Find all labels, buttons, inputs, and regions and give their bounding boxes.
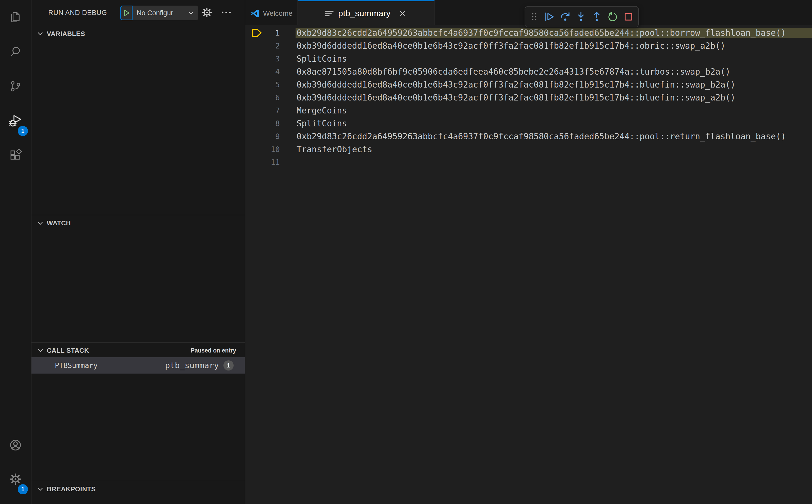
line-text[interactable]: 0xb29d83c26cdd2a64959263abbcfc4a6937f0c9… bbox=[296, 131, 812, 141]
tab-ptb-summary[interactable]: ptb_summary bbox=[297, 0, 435, 25]
activity-bar-item-run-and-debug[interactable]: 1 bbox=[0, 104, 31, 138]
restart-icon bbox=[607, 11, 619, 23]
chevron-down-icon bbox=[37, 30, 44, 38]
line-text[interactable]: SplitCoins bbox=[296, 119, 812, 128]
search-icon bbox=[9, 45, 22, 58]
account-icon bbox=[9, 438, 22, 452]
section-header-breakpoints[interactable]: BREAKPOINTS bbox=[31, 482, 245, 496]
frame-file: ptb_summary bbox=[165, 361, 219, 370]
extensions-icon bbox=[9, 149, 22, 162]
run-and-debug-icon bbox=[8, 114, 23, 128]
editor-area: Welcome ptb_summary bbox=[245, 0, 812, 504]
line-text[interactable]: 0xb29d83c26cdd2a64959263abbcfc4a6937f0c9… bbox=[295, 28, 812, 38]
activity-bar-item-explorer[interactable] bbox=[0, 0, 31, 35]
debug-current-line-pointer bbox=[251, 27, 263, 38]
start-debugging-button[interactable] bbox=[120, 6, 132, 20]
gutter-breakpoint-area[interactable] bbox=[245, 27, 269, 38]
files-icon bbox=[9, 11, 22, 24]
debug-configuration-label: No Configur bbox=[137, 9, 187, 17]
line-text[interactable]: TransferObjects bbox=[296, 144, 812, 154]
line-text[interactable]: 0x8ae871505a80d8bf6bf9c05906cda6edfeea46… bbox=[296, 67, 812, 77]
debug-step-into-button[interactable] bbox=[575, 11, 587, 23]
section-header-call-stack[interactable]: CALL STACK Paused on entry bbox=[31, 344, 245, 357]
debug-step-over-button[interactable] bbox=[559, 11, 571, 23]
sidebar-title: RUN AND DEBUG bbox=[48, 9, 107, 17]
line-number[interactable]: 3 bbox=[269, 54, 280, 63]
toolbar-drag-handle[interactable] bbox=[529, 12, 539, 22]
activity-bar-item-account[interactable] bbox=[0, 428, 31, 462]
code-line[interactable]: 60xb39d6dddedd16ed8a40ce0b1e6b43c92acf0f… bbox=[245, 91, 812, 104]
section-header-watch[interactable]: WATCH bbox=[31, 216, 245, 230]
line-number[interactable]: 1 bbox=[269, 28, 280, 37]
code-line[interactable]: 8SplitCoins bbox=[245, 117, 812, 130]
section-divider bbox=[31, 481, 245, 481]
run-and-debug-sidebar: RUN AND DEBUG No Configur bbox=[31, 0, 245, 504]
chevron-down-icon bbox=[37, 485, 44, 493]
code-area[interactable]: 10xb29d83c26cdd2a64959263abbcfc4a6937f0c… bbox=[245, 25, 812, 504]
section-header-variables[interactable]: VARIABLES bbox=[31, 27, 245, 41]
chevron-down-icon bbox=[187, 9, 194, 16]
line-number[interactable]: 7 bbox=[269, 106, 280, 115]
line-number[interactable]: 11 bbox=[269, 158, 280, 167]
section-title: CALL STACK bbox=[47, 347, 89, 355]
vscode-window: 1 bbox=[0, 0, 812, 504]
frame-name: PTBSummary bbox=[55, 361, 98, 370]
line-number[interactable]: 9 bbox=[269, 132, 280, 141]
section-divider bbox=[31, 215, 245, 215]
section-title: WATCH bbox=[47, 219, 71, 227]
tab-label: ptb_summary bbox=[338, 8, 390, 18]
vscode-logo-icon bbox=[250, 8, 260, 19]
debug-restart-button[interactable] bbox=[607, 11, 619, 23]
line-text[interactable]: SplitCoins bbox=[296, 54, 812, 64]
debug-toolbar bbox=[525, 6, 639, 27]
debug-configuration-dropdown[interactable]: No Configur bbox=[132, 6, 198, 20]
activity-bar-item-source-control[interactable] bbox=[0, 69, 31, 104]
source-control-icon bbox=[9, 80, 22, 93]
line-number[interactable]: 4 bbox=[269, 67, 280, 76]
gear-icon bbox=[9, 472, 22, 486]
activity-bar-item-settings[interactable]: 1 bbox=[0, 462, 31, 496]
code-line[interactable]: 90xb29d83c26cdd2a64959263abbcfc4a6937f0c… bbox=[245, 130, 812, 143]
code-line[interactable]: 50xb39d6dddedd16ed8a40ce0b1e6b43c92acf0f… bbox=[245, 78, 812, 91]
tab-welcome[interactable]: Welcome bbox=[245, 0, 297, 25]
line-text[interactable]: 0xb39d6dddedd16ed8a40ce0b1e6b43c92acf0ff… bbox=[296, 93, 812, 103]
code-line[interactable]: 10xb29d83c26cdd2a64959263abbcfc4a6937f0c… bbox=[245, 26, 812, 39]
activity-bar-item-extensions[interactable] bbox=[0, 138, 31, 173]
ellipsis-icon bbox=[220, 7, 232, 18]
call-stack-frame-row[interactable]: PTBSummary ptb_summary 1 bbox=[31, 357, 245, 374]
section-title: BREAKPOINTS bbox=[47, 485, 96, 493]
line-text[interactable]: 0xb39d6dddedd16ed8a40ce0b1e6b43c92acf0ff… bbox=[296, 80, 812, 90]
chevron-down-icon bbox=[37, 347, 44, 354]
code-line[interactable]: 3SplitCoins bbox=[245, 52, 812, 65]
step-out-icon bbox=[591, 11, 603, 23]
code-line[interactable]: 7MergeCoins bbox=[245, 104, 812, 117]
tab-label: Welcome bbox=[263, 9, 292, 18]
close-tab-button[interactable] bbox=[398, 9, 407, 18]
section-divider bbox=[31, 342, 245, 343]
debug-badge: 1 bbox=[18, 126, 28, 136]
line-number[interactable]: 2 bbox=[269, 41, 280, 50]
code-line[interactable]: 20xb39d6dddedd16ed8a40ce0b1e6b43c92acf0f… bbox=[245, 39, 812, 52]
activity-bar-item-search[interactable] bbox=[0, 35, 31, 69]
debug-step-out-button[interactable] bbox=[591, 11, 603, 23]
line-number[interactable]: 10 bbox=[269, 145, 280, 154]
line-number[interactable]: 6 bbox=[269, 93, 280, 102]
debug-continue-button[interactable] bbox=[544, 11, 555, 23]
line-number[interactable]: 8 bbox=[269, 119, 280, 128]
line-number[interactable]: 5 bbox=[269, 80, 280, 89]
code-line[interactable]: 11 bbox=[245, 156, 812, 169]
step-into-icon bbox=[575, 11, 587, 23]
debug-settings-button[interactable] bbox=[201, 7, 213, 19]
code-line[interactable]: 10TransferObjects bbox=[245, 143, 812, 156]
call-stack-status: Paused on entry bbox=[191, 347, 245, 354]
gripper-icon bbox=[529, 12, 539, 22]
views-and-more-actions-button[interactable] bbox=[220, 7, 232, 19]
list-file-icon bbox=[325, 11, 334, 16]
code-line[interactable]: 40x8ae871505a80d8bf6bf9c05906cda6edfeea4… bbox=[245, 65, 812, 78]
section-title: VARIABLES bbox=[47, 30, 85, 38]
launch-controls: No Configur bbox=[120, 6, 198, 20]
line-text[interactable]: 0xb39d6dddedd16ed8a40ce0b1e6b43c92acf0ff… bbox=[296, 41, 812, 51]
line-text[interactable]: MergeCoins bbox=[296, 106, 812, 115]
continue-icon bbox=[544, 11, 555, 23]
debug-stop-button[interactable] bbox=[623, 11, 634, 23]
